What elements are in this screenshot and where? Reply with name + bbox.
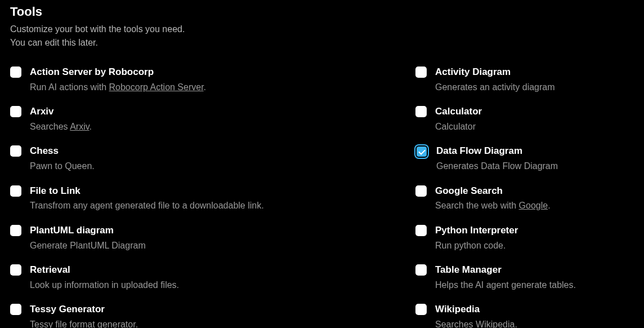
tool-title: Python Interpreter	[435, 224, 518, 237]
checkbox-python-interpreter[interactable]	[415, 225, 427, 236]
tool-description: Generates Data Flow Diagram	[436, 160, 558, 172]
tool-title: Activity Diagram	[435, 65, 555, 79]
tool-item-plantuml: PlantUML diagramGenerate PlantUML Diagra…	[10, 224, 393, 252]
desc-prefix: Generates an activity diagram	[435, 82, 555, 92]
desc-suffix: .	[515, 320, 517, 328]
desc-suffix: .	[90, 122, 92, 131]
tool-title: Tessy Generator	[30, 303, 138, 316]
tool-description: Searches Arxiv.	[30, 121, 92, 133]
tool-item-activity-diagram: Activity DiagramGenerates an activity di…	[415, 65, 624, 94]
checkbox-google-search[interactable]	[415, 185, 427, 197]
tools-column-right: Activity DiagramGenerates an activity di…	[415, 65, 624, 328]
tool-title: Google Search	[435, 184, 551, 198]
tool-description: Search the web with Google.	[435, 200, 551, 212]
checkbox-action-server[interactable]	[10, 67, 21, 78]
checkbox-calculator[interactable]	[415, 106, 427, 117]
tool-item-data-flow-diagram: Data Flow DiagramGenerates Data Flow Dia…	[415, 144, 624, 172]
desc-prefix: Run python code.	[435, 241, 506, 250]
checkbox-data-flow-diagram[interactable]	[415, 145, 428, 158]
tool-title: Action Server by Robocorp	[30, 65, 206, 79]
desc-prefix: Searches	[435, 320, 476, 328]
checkbox-arxiv[interactable]	[10, 106, 21, 117]
desc-prefix: Look up information in uploaded files.	[30, 280, 179, 290]
tool-text: File to LinkTransfrom any agent generate…	[30, 184, 264, 212]
tool-item-file-to-link: File to LinkTransfrom any agent generate…	[10, 184, 393, 212]
tool-description: Run AI actions with Robocorp Action Serv…	[30, 81, 206, 94]
tool-description: Transfrom any agent generated file to a …	[30, 200, 264, 212]
desc-prefix: Generate PlantUML Diagram	[30, 241, 146, 250]
tool-item-wikipedia: WikipediaSearches Wikipedia.	[415, 303, 624, 328]
checkbox-plantuml[interactable]	[10, 225, 21, 236]
tool-title: Wikipedia	[435, 303, 517, 316]
desc-prefix: Generates Data Flow Diagram	[436, 161, 558, 171]
checkbox-table-manager[interactable]	[415, 264, 427, 276]
desc-prefix: Pawn to Queen.	[30, 161, 95, 171]
desc-link-google-search[interactable]: Google	[519, 201, 548, 210]
header: Tools Customize your bot with the tools …	[10, 5, 634, 50]
tool-text: Python InterpreterRun python code.	[435, 224, 518, 252]
tool-description: Searches Wikipedia.	[435, 318, 517, 328]
tool-text: WikipediaSearches Wikipedia.	[435, 303, 517, 328]
page-subtitle: Customize your bot with the tools you ne…	[10, 23, 634, 50]
checkbox-retrieval[interactable]	[10, 264, 21, 276]
desc-prefix: Transfrom any agent generated file to a …	[30, 201, 264, 210]
tools-column-left: Action Server by RobocorpRun AI actions …	[10, 65, 393, 328]
tool-title: PlantUML diagram	[30, 224, 146, 237]
tool-text: Tessy GeneratorTessy file format generat…	[30, 303, 138, 328]
desc-prefix: Helps the AI agent generate tables.	[435, 280, 576, 290]
page-title: Tools	[10, 5, 634, 19]
checkbox-tessy[interactable]	[10, 304, 21, 315]
subtitle-line2: You can edit this later.	[10, 38, 98, 47]
desc-suffix: .	[548, 201, 550, 210]
tool-item-retrieval: RetrievalLook up information in uploaded…	[10, 263, 393, 291]
tool-item-table-manager: Table ManagerHelps the AI agent generate…	[415, 263, 624, 291]
tool-description: Pawn to Queen.	[30, 160, 95, 172]
tool-title: Chess	[30, 144, 95, 158]
desc-prefix: Tessy file format generator.	[30, 320, 138, 328]
tool-item-tessy: Tessy GeneratorTessy file format generat…	[10, 303, 393, 328]
desc-prefix: Search the web with	[435, 201, 519, 210]
tool-text: CalculatorCalculator	[435, 105, 482, 133]
tool-description: Generate PlantUML Diagram	[30, 240, 146, 252]
desc-link-wikipedia[interactable]: Wikipedia	[476, 320, 515, 328]
tool-item-python-interpreter: Python InterpreterRun python code.	[415, 224, 624, 252]
tool-title: Retrieval	[30, 263, 179, 277]
checkbox-chess[interactable]	[10, 145, 21, 157]
tool-text: Data Flow DiagramGenerates Data Flow Dia…	[436, 144, 558, 172]
tool-text: Activity DiagramGenerates an activity di…	[435, 65, 555, 94]
tool-text: Google SearchSearch the web with Google.	[435, 184, 551, 212]
checkbox-activity-diagram[interactable]	[415, 67, 427, 78]
tool-item-calculator: CalculatorCalculator	[415, 105, 624, 133]
desc-link-arxiv[interactable]: Arxiv	[70, 122, 89, 131]
checkbox-file-to-link[interactable]	[10, 185, 21, 197]
tool-item-google-search: Google SearchSearch the web with Google.	[415, 184, 624, 212]
tool-description: Run python code.	[435, 240, 518, 252]
tool-title: File to Link	[30, 184, 264, 198]
desc-link-action-server[interactable]: Robocorp Action Server	[109, 82, 204, 92]
tool-title: Table Manager	[435, 263, 576, 277]
desc-prefix: Run AI actions with	[30, 82, 109, 92]
tool-item-chess: ChessPawn to Queen.	[10, 144, 393, 172]
tool-item-arxiv: ArxivSearches Arxiv.	[10, 105, 393, 133]
desc-prefix: Searches	[30, 122, 70, 131]
tool-title: Calculator	[435, 105, 482, 118]
tool-text: RetrievalLook up information in uploaded…	[30, 263, 179, 291]
tool-text: Action Server by RobocorpRun AI actions …	[30, 65, 206, 94]
tools-columns: Action Server by RobocorpRun AI actions …	[10, 65, 634, 328]
tool-item-action-server: Action Server by RobocorpRun AI actions …	[10, 65, 393, 94]
tool-description: Helps the AI agent generate tables.	[435, 279, 576, 291]
tool-description: Calculator	[435, 121, 482, 133]
tool-text: ArxivSearches Arxiv.	[30, 105, 92, 133]
tool-description: Generates an activity diagram	[435, 81, 555, 94]
tool-description: Look up information in uploaded files.	[30, 279, 179, 291]
tool-text: ChessPawn to Queen.	[30, 144, 95, 172]
tool-text: Table ManagerHelps the AI agent generate…	[435, 263, 576, 291]
subtitle-line1: Customize your bot with the tools you ne…	[10, 24, 185, 34]
desc-prefix: Calculator	[435, 122, 476, 131]
desc-suffix: .	[204, 82, 206, 92]
tool-text: PlantUML diagramGenerate PlantUML Diagra…	[30, 224, 146, 252]
tool-description: Tessy file format generator.	[30, 318, 138, 328]
tool-title: Arxiv	[30, 105, 92, 118]
checkbox-wikipedia[interactable]	[415, 304, 427, 315]
tool-title: Data Flow Diagram	[436, 144, 558, 158]
